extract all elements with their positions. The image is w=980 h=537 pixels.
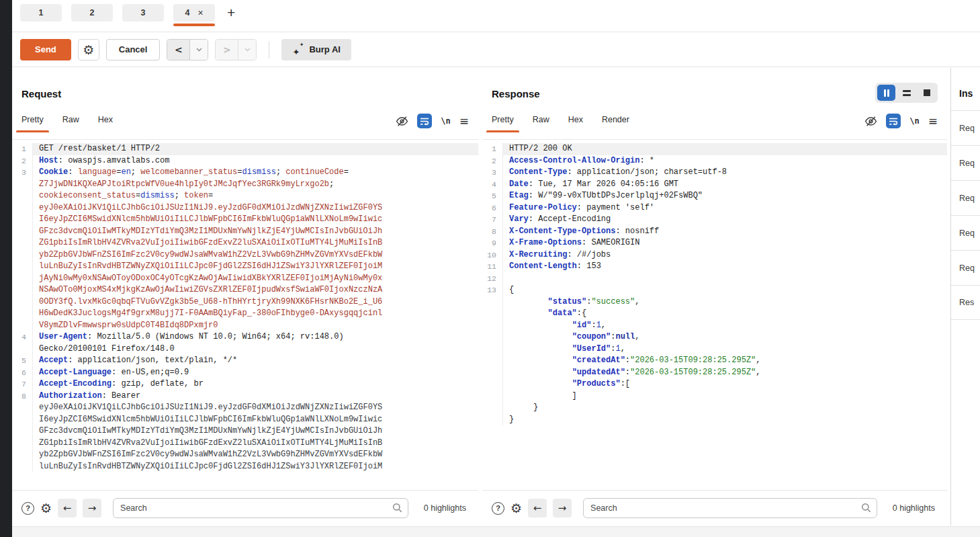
search-prev-button[interactable]: ← [58, 499, 77, 518]
search-settings-gear-icon[interactable]: ⚙ [40, 502, 52, 515]
inspector-section-4[interactable]: Req [951, 250, 980, 285]
line-number: 1 [12, 143, 33, 155]
response-tab-raw[interactable]: Raw [533, 115, 549, 132]
repeater-tab-4[interactable]: 4× [173, 4, 215, 22]
help-icon[interactable]: ? [492, 502, 504, 515]
code-line: Gecko/20100101 Firefox/148.0 [12, 343, 478, 356]
history-forward-dropdown[interactable] [238, 40, 256, 60]
line-text: ZG1pbiIsImRlbHV4ZVRva2VuIjoiIiwibGFzdExv… [33, 438, 478, 450]
line-number [12, 296, 33, 308]
request-tab-raw[interactable]: Raw [62, 115, 79, 132]
inspector-section-5[interactable]: Res [951, 285, 980, 320]
line-number: 5 [482, 190, 503, 202]
line-number [12, 449, 33, 461]
history-back-button[interactable]: < [167, 40, 190, 60]
line-text: GET /rest/basket/1 HTTP/2 [33, 143, 478, 155]
editor-menu-icon[interactable]: ≡ [928, 114, 938, 128]
code-line: 9X-Frame-Options: SAMEORIGIN [482, 237, 947, 249]
search-prev-button[interactable]: ← [528, 499, 547, 518]
line-number [482, 331, 503, 343]
line-number: 2 [12, 155, 33, 167]
line-text: "data":{ [503, 308, 947, 320]
line-number [12, 461, 33, 473]
search-settings-gear-icon[interactable]: ⚙ [510, 502, 522, 515]
response-tab-render[interactable]: Render [602, 115, 629, 132]
help-icon[interactable]: ? [21, 502, 34, 515]
request-panel-title: Request [21, 88, 61, 99]
forward-history-split-button: > [215, 39, 257, 60]
add-tab-button[interactable]: + [227, 4, 235, 21]
line-text: Vary: Accept-Encoding [503, 214, 947, 226]
show-newlines-icon[interactable]: \n [441, 116, 450, 126]
response-panel-title: Response [492, 88, 540, 99]
line-text: yb2ZpbGVJbWFnZSI6ImFzc2V0cy9wdWJsaWMvaW1… [33, 449, 478, 461]
response-panel: Response PrettyRawHexRender \n [482, 68, 947, 526]
word-wrap-icon[interactable] [886, 114, 901, 128]
burp-ai-button[interactable]: ✦✦ Burp AI [281, 39, 351, 60]
eye-slash-icon[interactable] [396, 115, 408, 128]
toolbar: Send ⚙ Cancel < > ✦✦ Burp AI [12, 32, 980, 67]
line-number [482, 414, 503, 426]
history-forward-button[interactable]: > [216, 40, 238, 60]
line-text: Accept: application/json, text/plain, */… [33, 355, 478, 367]
inspector-section-0[interactable]: Req [951, 110, 980, 145]
show-newlines-icon[interactable]: \n [909, 116, 919, 126]
code-line: "createdAt":"2026-03-15T09:28:25.295Z", [482, 355, 947, 367]
single-view-icon[interactable] [918, 85, 936, 101]
response-tab-pretty[interactable]: Pretty [492, 115, 514, 132]
history-back-dropdown[interactable] [190, 40, 208, 60]
line-text: Date: Tue, 17 Mar 2026 04:05:16 GMT [503, 179, 947, 191]
code-line: H6wDedK3JuclogsMg4f9grxM8ujj7I-F0AAmBQiy… [12, 308, 478, 320]
line-number [482, 320, 503, 332]
pause-icon[interactable] [877, 85, 895, 101]
request-editor[interactable]: 1GET /rest/basket/1 HTTP/22Host: owaspjs… [12, 140, 478, 490]
line-text: Authorization: Bearer [33, 390, 478, 403]
line-number [482, 378, 503, 390]
split-view-icon[interactable] [897, 85, 916, 101]
request-highlights-count: 0 highlights [424, 503, 466, 513]
line-number [12, 237, 33, 249]
repeater-tab-bar: 1234× + [12, 0, 980, 32]
code-line: 13{ [482, 284, 947, 296]
line-text: "coupon":null, [503, 331, 947, 343]
cancel-button[interactable]: Cancel [106, 39, 161, 60]
repeater-tab-1[interactable]: 1 [20, 4, 62, 22]
line-text: "UserId":1, [503, 343, 947, 356]
repeater-tab-2[interactable]: 2 [71, 4, 113, 22]
line-text: Accept-Language: en-US,en;q=0.9 [33, 367, 478, 379]
word-wrap-icon[interactable] [417, 114, 432, 128]
inspector-section-3[interactable]: Req [951, 215, 980, 250]
editor-menu-icon[interactable]: ≡ [459, 114, 469, 128]
inspector-section-2[interactable]: Req [951, 180, 980, 215]
response-highlights-count: 0 highlights [893, 503, 935, 513]
line-text: Content-Length: 153 [503, 261, 947, 273]
close-tab-icon[interactable]: × [197, 8, 203, 17]
line-number: 11 [482, 261, 503, 273]
line-text: V8ymZDlvFmwwsprw0sUdpC0T4BIdq8DPxmjr0 [33, 320, 478, 332]
repeater-tab-label: 3 [141, 8, 146, 17]
response-tab-hex[interactable]: Hex [568, 115, 583, 132]
search-next-button[interactable]: → [83, 499, 101, 518]
line-text: X-Content-Type-Options: nosniff [503, 226, 947, 238]
code-line: 3Content-Type: application/json; charset… [482, 167, 947, 179]
line-text [503, 273, 947, 285]
repeater-main: 1234× + Send ⚙ Cancel < > ✦✦ Burp AI [12, 0, 980, 537]
search-next-button[interactable]: → [553, 499, 572, 518]
request-tab-pretty[interactable]: Pretty [21, 115, 44, 132]
send-button[interactable]: Send [20, 39, 71, 60]
line-number [12, 414, 33, 426]
response-editor[interactable]: 1HTTP/2 200 OK2Access-Control-Allow-Orig… [482, 140, 947, 490]
response-search-bar: ? ⚙ ← → 0 highlights [482, 490, 947, 526]
line-number [482, 367, 503, 379]
request-search-input[interactable] [113, 498, 408, 518]
line-text: luLnBuZyIsInRvdHBTZWNyZXQiOiIiLCJpc0FjdG… [33, 461, 478, 473]
inspector-section-1[interactable]: Req [951, 145, 980, 180]
line-text: eyJ0eXAiOiJKV1QiLCJhbGciOiJSUzI1NiJ9.eyJ… [33, 202, 478, 214]
eye-slash-icon[interactable] [864, 115, 877, 128]
send-settings-gear-icon[interactable]: ⚙ [78, 39, 99, 60]
code-line: 0ODY3fQ.lvxMkGc0qbqFTVuGvVZgk3b5e_U68-hT… [12, 296, 478, 308]
request-tab-hex[interactable]: Hex [98, 115, 113, 132]
code-line: cookieconsent_status=dismiss; token= [12, 190, 478, 202]
repeater-tab-3[interactable]: 3 [122, 4, 164, 22]
response-search-input[interactable] [583, 498, 877, 518]
